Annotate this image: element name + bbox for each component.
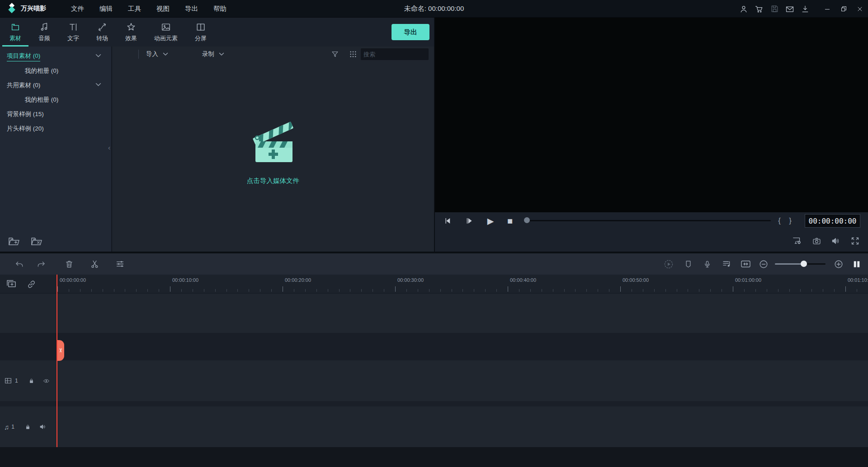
media-toolbar: 导入 录制 bbox=[112, 47, 434, 62]
timeline-zoom-slider-track[interactable] bbox=[804, 263, 826, 265]
minimize-button[interactable] bbox=[819, 0, 835, 18]
menu-item[interactable]: 编辑 bbox=[92, 0, 120, 18]
lock-track-icon[interactable] bbox=[24, 423, 31, 431]
mark-out-icon[interactable]: } bbox=[786, 212, 795, 229]
close-button[interactable] bbox=[852, 0, 868, 18]
record-dropdown[interactable]: 录制 bbox=[202, 50, 224, 58]
playhead-scissors-handle[interactable]: ✂ bbox=[57, 340, 64, 361]
marker-icon[interactable] bbox=[680, 253, 696, 275]
ruler-tick bbox=[834, 289, 835, 292]
seek-thumb[interactable] bbox=[524, 217, 530, 223]
menu-item[interactable]: 视图 bbox=[149, 0, 177, 18]
ruler-tick bbox=[452, 289, 452, 292]
menu-item[interactable]: 帮助 bbox=[206, 0, 234, 18]
add-track-icon[interactable] bbox=[5, 278, 17, 289]
link-clips-icon[interactable] bbox=[26, 279, 37, 290]
ruler-tick bbox=[665, 289, 666, 292]
tab-media[interactable]: 素材 bbox=[1, 18, 30, 47]
panel-layout-icon[interactable] bbox=[849, 253, 864, 275]
previous-frame-button[interactable] bbox=[439, 212, 456, 229]
star-effects-icon bbox=[126, 22, 137, 32]
fit-timeline-icon[interactable] bbox=[737, 253, 754, 275]
store-cart-icon[interactable] bbox=[751, 0, 767, 18]
download-icon[interactable] bbox=[797, 0, 813, 18]
snapshot-camera-icon[interactable] bbox=[809, 233, 824, 248]
new-folder-icon[interactable] bbox=[8, 236, 20, 246]
split-screen-icon bbox=[195, 22, 206, 32]
lock-track-icon[interactable] bbox=[28, 377, 35, 385]
ruler-tick bbox=[575, 289, 576, 292]
restore-button[interactable] bbox=[835, 0, 852, 18]
timeline[interactable]: 00:00:00:0000:00:10:0000:00:20:0000:00:3… bbox=[0, 275, 868, 467]
sidebar-item[interactable]: 片头样例 (20) bbox=[0, 121, 111, 136]
tab-elements[interactable]: 动画元素 bbox=[146, 18, 186, 47]
split-scissors-icon[interactable] bbox=[87, 253, 102, 275]
grid-view-icon[interactable] bbox=[349, 50, 357, 58]
timeline-ruler[interactable]: 00:00:00:0000:00:10:0000:00:20:0000:00:3… bbox=[0, 275, 868, 294]
menu-item[interactable]: 导出 bbox=[177, 0, 206, 18]
stop-button[interactable]: ■ bbox=[502, 212, 518, 229]
import-dropdown[interactable]: 导入 bbox=[146, 50, 168, 58]
mail-icon[interactable] bbox=[782, 0, 797, 18]
app-logo-icon bbox=[6, 3, 17, 14]
playhead[interactable] bbox=[57, 275, 57, 447]
voiceover-mic-icon[interactable] bbox=[699, 253, 715, 275]
ruler-label: 00:00:10:00 bbox=[172, 277, 198, 283]
undo-icon[interactable] bbox=[12, 253, 27, 275]
ruler-tick bbox=[778, 289, 778, 292]
filter-icon[interactable] bbox=[331, 50, 339, 58]
preview-viewport[interactable] bbox=[434, 18, 868, 212]
sidebar-item[interactable]: 项目素材 (0) bbox=[0, 49, 111, 64]
export-button[interactable]: 导出 bbox=[392, 24, 429, 40]
sidebar-item-label: 我的相册 (0) bbox=[25, 67, 58, 75]
timeline-zoom-thumb[interactable] bbox=[801, 261, 807, 267]
zoom-in-icon[interactable] bbox=[831, 253, 846, 275]
play-button[interactable]: ▶ bbox=[482, 212, 499, 229]
chevron-down-icon[interactable] bbox=[95, 54, 101, 58]
ruler-tick bbox=[159, 289, 159, 292]
fullscreen-icon[interactable] bbox=[847, 233, 863, 248]
render-preview-icon[interactable] bbox=[661, 253, 676, 275]
sidebar-item[interactable]: 我的相册 (0) bbox=[0, 93, 111, 107]
ruler-tick bbox=[744, 289, 745, 292]
ruler-tick bbox=[361, 289, 362, 292]
audio-mixer-icon[interactable] bbox=[719, 253, 734, 275]
sidebar-item[interactable]: 共用素材 (0) bbox=[0, 78, 111, 93]
tab-splitscreen[interactable]: 分屏 bbox=[186, 18, 215, 47]
sidebar-item[interactable]: 背景样例 (15) bbox=[0, 107, 111, 121]
ruler-tick bbox=[91, 289, 92, 292]
audio-track-header[interactable]: ♫ 1 bbox=[0, 406, 57, 447]
seek-bar[interactable] bbox=[527, 220, 771, 221]
menu-item[interactable]: 工具 bbox=[120, 0, 149, 18]
chevron-down-icon[interactable] bbox=[95, 83, 101, 87]
delete-folder-icon[interactable] bbox=[31, 236, 42, 246]
tab-text[interactable]: 文字 bbox=[59, 18, 88, 47]
tab-audio[interactable]: 音频 bbox=[30, 18, 59, 47]
adjust-sliders-icon[interactable] bbox=[112, 253, 127, 275]
video-track-header[interactable]: 1 bbox=[0, 360, 57, 401]
ruler-tick bbox=[204, 289, 204, 292]
account-icon[interactable] bbox=[736, 0, 751, 18]
redo-icon[interactable] bbox=[33, 253, 49, 275]
tab-transitions[interactable]: 转场 bbox=[88, 18, 117, 47]
mark-in-icon[interactable]: { bbox=[775, 212, 784, 229]
sidebar-item[interactable]: 我的相册 (0) bbox=[0, 64, 111, 78]
library-sidebar: 项目素材 (0)我的相册 (0)共用素材 (0)我的相册 (0)背景样例 (15… bbox=[0, 47, 112, 252]
delete-icon[interactable] bbox=[61, 253, 77, 275]
sidebar-item-label: 我的相册 (0) bbox=[25, 96, 58, 104]
mute-track-speaker-icon[interactable] bbox=[38, 423, 47, 430]
next-frame-button[interactable] bbox=[461, 212, 477, 229]
tab-effects[interactable]: 效果 bbox=[117, 18, 146, 47]
collapse-panel-icon[interactable]: ‹ bbox=[108, 144, 110, 151]
import-media-dropzone[interactable]: 点击导入媒体文件 bbox=[112, 114, 434, 185]
timeline-toolbar bbox=[0, 253, 868, 275]
zoom-out-icon[interactable] bbox=[756, 253, 771, 275]
search-input[interactable] bbox=[361, 51, 446, 58]
timeline-zoom-slider[interactable] bbox=[775, 263, 804, 265]
volume-icon[interactable] bbox=[828, 233, 843, 248]
toggle-visibility-eye-icon[interactable] bbox=[42, 378, 51, 384]
menu-item[interactable]: 文件 bbox=[63, 0, 92, 18]
ruler-tick bbox=[260, 289, 260, 292]
search-box[interactable] bbox=[361, 48, 429, 60]
display-settings-icon[interactable] bbox=[789, 233, 805, 248]
